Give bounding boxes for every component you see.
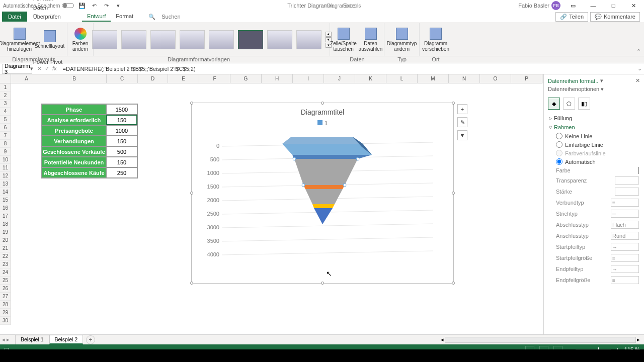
row-header[interactable]: 16: [0, 204, 11, 212]
border-section[interactable]: ▽Rahmen: [549, 123, 639, 132]
scroll-right-icon[interactable]: ▸: [637, 336, 640, 343]
table-phase-cell[interactable]: Analyse erforderlich: [42, 115, 106, 125]
dash-combo[interactable]: ─: [611, 210, 639, 218]
tab-überprüfen[interactable]: Überprüfen: [28, 12, 75, 21]
collapse-ribbon-icon[interactable]: ⌃: [636, 48, 641, 55]
row-header[interactable]: 23: [0, 260, 11, 268]
column-header[interactable]: B: [42, 74, 107, 83]
table-value-cell[interactable]: 150: [106, 136, 137, 146]
fx-icon[interactable]: fx: [52, 65, 57, 72]
chart-style-5[interactable]: [209, 30, 234, 49]
change-chart-type-button[interactable]: Diagrammtyp ändern: [388, 26, 416, 54]
row-header[interactable]: 25: [0, 277, 11, 285]
select-data-button[interactable]: Daten auswählen: [358, 26, 383, 54]
table-value-cell[interactable]: 150: [106, 115, 137, 125]
pane-close-icon[interactable]: ✕: [635, 77, 640, 84]
close-icon[interactable]: ✕: [626, 1, 641, 11]
column-header[interactable]: A: [11, 74, 42, 83]
switch-row-col-button[interactable]: Zeile/Spalte tauschen: [331, 26, 356, 54]
column-header[interactable]: E: [168, 74, 199, 83]
pane-menu-icon[interactable]: ▾: [600, 77, 603, 84]
row-header[interactable]: 24: [0, 268, 11, 277]
fill-section[interactable]: ▷Füllung: [549, 114, 639, 123]
column-header[interactable]: N: [449, 74, 480, 83]
tab-entwurf[interactable]: Entwurf: [82, 12, 111, 22]
row-header[interactable]: 22: [0, 252, 11, 260]
row-header[interactable]: 27: [0, 293, 11, 301]
chart-style-2[interactable]: [121, 30, 146, 49]
radio-solid-line[interactable]: Einfarbige Linie: [549, 140, 639, 149]
row-header[interactable]: 2: [0, 92, 11, 100]
name-box[interactable]: Diagramm 3▾: [2, 64, 32, 74]
join-combo[interactable]: Rund: [611, 232, 639, 240]
series-options-icon[interactable]: ▮▯: [578, 98, 590, 110]
width-spinner[interactable]: [615, 188, 639, 196]
transparency-spinner[interactable]: [615, 176, 639, 185]
change-colors-button[interactable]: Farben ändern: [69, 26, 92, 54]
ribbon-display-icon[interactable]: ▭: [566, 1, 581, 11]
row-header[interactable]: 14: [0, 188, 11, 196]
row-header[interactable]: 7: [0, 132, 11, 140]
row-header[interactable]: 20: [0, 236, 11, 244]
sheet-tab[interactable]: Beispiel 1: [15, 335, 49, 344]
save-icon[interactable]: 💾: [78, 2, 86, 10]
chart-style-3[interactable]: [150, 30, 176, 49]
chart-title[interactable]: Diagrammtitel: [192, 103, 453, 116]
chart-style-6[interactable]: [238, 30, 263, 49]
chart-style-8[interactable]: [296, 30, 321, 49]
comments-button[interactable]: 💬Kommentare: [590, 12, 640, 22]
table-phase-cell[interactable]: Preisangebote: [42, 125, 106, 136]
minimize-icon[interactable]: —: [586, 1, 601, 11]
chart-filter-button[interactable]: ▼: [457, 130, 467, 140]
table-phase-cell[interactable]: Potentielle Neukunden: [42, 157, 106, 167]
column-header[interactable]: K: [355, 74, 386, 83]
grid[interactable]: 1234567891011121314151617181920212223242…: [0, 83, 543, 334]
table-value-cell[interactable]: 1000: [106, 125, 137, 136]
scroll-left-icon[interactable]: ◂: [441, 336, 444, 343]
row-header[interactable]: 28: [0, 301, 11, 309]
select-all-corner[interactable]: [0, 74, 11, 83]
row-header[interactable]: 9: [0, 148, 11, 156]
user-account[interactable]: Fabio Basler FB: [518, 1, 560, 10]
add-sheet-button[interactable]: +: [86, 335, 95, 344]
tab-format[interactable]: Format: [111, 12, 138, 22]
column-header[interactable]: G: [230, 74, 262, 83]
column-header[interactable]: C: [107, 74, 138, 83]
row-header[interactable]: 1: [0, 83, 11, 92]
row-header[interactable]: 18: [0, 220, 11, 228]
horizontal-scrollbar[interactable]: [445, 337, 636, 343]
chart-plot[interactable]: 05001000150020002500300035004000: [192, 126, 453, 272]
column-header[interactable]: O: [480, 74, 511, 83]
arrow-begin-combo[interactable]: →: [611, 243, 639, 251]
chart-object[interactable]: + ✎ ▼ Diagrammtitel 1 050010001500200025…: [191, 103, 454, 284]
sheet-nav[interactable]: ◂ ▸: [2, 336, 10, 343]
move-chart-button[interactable]: Diagramm verschieben: [422, 26, 450, 54]
row-header[interactable]: 4: [0, 108, 11, 116]
column-header[interactable]: H: [262, 74, 293, 83]
column-header[interactable]: M: [418, 74, 449, 83]
chart-style-7[interactable]: [267, 30, 292, 49]
row-header[interactable]: 12: [0, 172, 11, 180]
tab-file[interactable]: Datei: [2, 12, 27, 22]
row-header[interactable]: 10: [0, 156, 11, 164]
effects-icon[interactable]: ⬠: [563, 98, 575, 110]
table-value-cell[interactable]: 250: [106, 167, 137, 178]
expand-formula-icon[interactable]: ⌄: [635, 65, 644, 72]
radio-gradient-line[interactable]: Farbverlaufslinie: [549, 149, 639, 157]
table-value-cell[interactable]: 150: [106, 157, 137, 167]
row-header[interactable]: 17: [0, 212, 11, 220]
arrow-begin-size-combo[interactable]: ≡: [611, 254, 639, 262]
row-header[interactable]: 11: [0, 164, 11, 172]
radio-automatic[interactable]: Automatisch: [549, 157, 639, 166]
qat-dropdown-icon[interactable]: ▾: [114, 2, 122, 10]
row-header[interactable]: 21: [0, 244, 11, 252]
arrow-end-combo[interactable]: →: [611, 265, 639, 273]
cap-combo[interactable]: Flach: [611, 221, 639, 229]
quick-layout-button[interactable]: Schnelllayout: [36, 26, 64, 54]
chart-style-1[interactable]: [92, 30, 117, 49]
table-phase-cell[interactable]: Verhandlungen: [42, 136, 106, 146]
row-header[interactable]: 8: [0, 140, 11, 148]
compound-combo[interactable]: ≡: [611, 199, 639, 207]
table-phase-cell[interactable]: Geschlossene Verkäufe: [42, 146, 106, 157]
add-chart-element-button[interactable]: Diagrammelement hinzufügen: [6, 26, 34, 54]
